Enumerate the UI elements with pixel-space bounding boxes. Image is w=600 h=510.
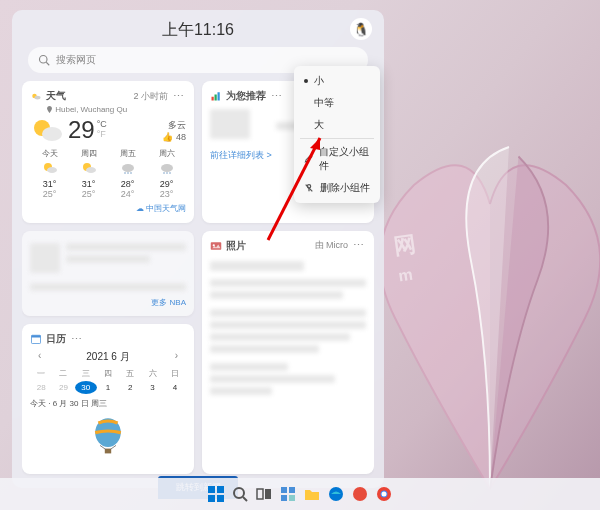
weather-condition-icon bbox=[30, 116, 64, 144]
weather-widget[interactable]: 天气 2 小时前 ⋯ Hubei, Wuchang Qu 29 °C°F 多云👍… bbox=[22, 81, 194, 223]
svg-point-22 bbox=[213, 244, 215, 246]
dates-row[interactable]: 2829301234 bbox=[30, 381, 186, 394]
weather-updated: 2 小时前 bbox=[133, 90, 168, 103]
svg-rect-24 bbox=[32, 335, 41, 337]
calendar-more-icon[interactable]: ⋯ bbox=[70, 332, 84, 346]
photos-widget[interactable]: 照片 由 Micro ⋯ bbox=[202, 231, 374, 474]
svg-rect-43 bbox=[289, 487, 295, 493]
explorer-icon[interactable] bbox=[303, 485, 321, 503]
svg-rect-42 bbox=[281, 487, 287, 493]
svg-rect-21 bbox=[211, 242, 222, 250]
user-avatar[interactable]: 🐧 bbox=[350, 18, 372, 40]
weather-location: Hubei, Wuchang Qu bbox=[46, 105, 186, 114]
svg-point-9 bbox=[86, 167, 96, 173]
menu-remove[interactable]: 删除小组件 bbox=[294, 177, 380, 199]
start-button[interactable] bbox=[207, 485, 225, 503]
menu-customize[interactable]: 自定义小组件 bbox=[294, 141, 380, 177]
svg-point-3 bbox=[35, 96, 41, 100]
calendar-icon bbox=[30, 333, 42, 345]
month-label: 2021 6 月 bbox=[86, 351, 129, 362]
balloon-illustration bbox=[30, 415, 186, 465]
app-icon[interactable] bbox=[351, 485, 369, 503]
recommend-more-icon[interactable]: ⋯ bbox=[270, 89, 284, 103]
svg-rect-44 bbox=[281, 495, 287, 501]
svg-point-5 bbox=[42, 127, 62, 141]
menu-size-small[interactable]: 小 bbox=[294, 70, 380, 92]
photos-title: 照片 bbox=[226, 239, 246, 253]
search-placeholder: 搜索网页 bbox=[56, 53, 96, 67]
weather-icon bbox=[30, 90, 42, 102]
svg-rect-45 bbox=[289, 495, 295, 501]
svg-rect-37 bbox=[217, 495, 224, 502]
chart-icon bbox=[210, 90, 222, 102]
nba-more-link[interactable]: 更多 NBA bbox=[30, 297, 186, 308]
forecast-row: 今天31°25° 周四31°25° 周五28°24° 周六29°23° bbox=[30, 148, 186, 199]
svg-rect-35 bbox=[217, 486, 224, 493]
nba-widget[interactable]: 更多 NBA bbox=[22, 231, 194, 317]
unpin-icon bbox=[304, 183, 314, 193]
temperature: 29 bbox=[68, 116, 95, 144]
edge-icon[interactable] bbox=[327, 485, 345, 503]
svg-rect-36 bbox=[208, 495, 215, 502]
weather-more-icon[interactable]: ⋯ bbox=[172, 89, 186, 103]
taskview-button[interactable] bbox=[255, 485, 273, 503]
svg-point-7 bbox=[47, 167, 57, 173]
today-event: 今天 · 6 月 30 日 周三 bbox=[30, 398, 186, 409]
taskbar[interactable] bbox=[0, 478, 600, 510]
photos-more-icon[interactable]: ⋯ bbox=[352, 239, 366, 253]
menu-size-large[interactable]: 大 bbox=[294, 114, 380, 136]
svg-rect-41 bbox=[265, 489, 271, 499]
svg-rect-34 bbox=[208, 486, 215, 493]
next-month-icon[interactable]: › bbox=[175, 350, 178, 361]
calendar-title: 日历 bbox=[46, 332, 66, 346]
prev-month-icon[interactable]: ‹ bbox=[38, 350, 41, 361]
clock-time: 上午11:16 bbox=[22, 20, 374, 41]
menu-size-medium[interactable]: 中等 bbox=[294, 92, 380, 114]
photos-icon bbox=[210, 240, 222, 252]
temp-units[interactable]: °C°F bbox=[97, 120, 107, 140]
svg-rect-18 bbox=[212, 97, 214, 101]
search-button[interactable] bbox=[231, 485, 249, 503]
svg-point-47 bbox=[353, 487, 367, 501]
calendar-widget[interactable]: 日历 ⋯ ‹ 2021 6 月 › 一二三四五六日 2829301234 今天 … bbox=[22, 324, 194, 474]
svg-point-50 bbox=[382, 492, 387, 497]
svg-rect-20 bbox=[218, 92, 220, 100]
svg-point-0 bbox=[40, 56, 48, 64]
weekday-row: 一二三四五六日 bbox=[30, 368, 186, 379]
svg-rect-40 bbox=[257, 489, 263, 499]
widgets-button[interactable] bbox=[279, 485, 297, 503]
svg-point-38 bbox=[234, 488, 244, 498]
svg-point-14 bbox=[161, 164, 173, 172]
search-icon bbox=[38, 54, 50, 66]
svg-rect-19 bbox=[215, 95, 217, 101]
widget-context-menu: 小 中等 大 自定义小组件 删除小组件 bbox=[294, 66, 380, 203]
weather-title: 天气 bbox=[46, 89, 66, 103]
pencil-icon bbox=[304, 154, 313, 164]
chrome-icon[interactable] bbox=[375, 485, 393, 503]
svg-rect-26 bbox=[105, 449, 111, 454]
svg-point-10 bbox=[122, 164, 134, 172]
recommend-title: 为您推荐 bbox=[226, 89, 266, 103]
weather-condition: 多云👍 48 bbox=[162, 119, 186, 142]
weather-attribution: ☁ 中国天气网 bbox=[30, 203, 186, 214]
svg-line-39 bbox=[243, 497, 247, 501]
svg-line-1 bbox=[46, 62, 49, 65]
